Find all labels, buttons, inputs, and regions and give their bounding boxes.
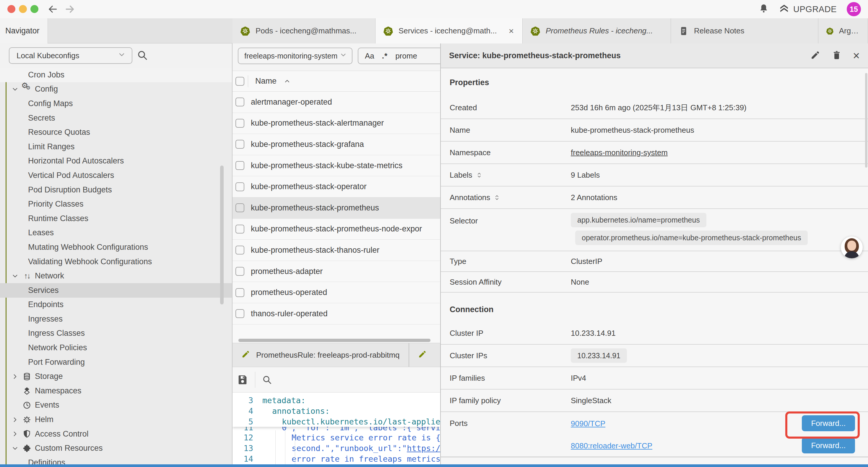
row-checkbox[interactable] bbox=[236, 97, 244, 107]
sidebar-item-cron-jobs[interactable]: Cron Jobs bbox=[0, 68, 232, 82]
row-checkbox[interactable] bbox=[236, 267, 244, 276]
table-row[interactable]: kube-prometheus-stack-prometheus bbox=[232, 198, 440, 219]
chevron-right-icon[interactable] bbox=[11, 430, 19, 438]
details-scrollbar[interactable] bbox=[865, 73, 867, 168]
chevron-down-icon[interactable] bbox=[11, 85, 19, 93]
name-column-header[interactable]: Name bbox=[255, 77, 277, 86]
sidebar-item-mutating-webhook-configurations[interactable]: Mutating Webhook Configurations bbox=[0, 240, 232, 255]
sidebar-item-leases[interactable]: Leases bbox=[0, 226, 232, 240]
sidebar-item-network-policies[interactable]: Network Policies bbox=[0, 341, 232, 355]
row-checkbox[interactable] bbox=[236, 245, 244, 255]
sidebar-item-storage[interactable]: Storage bbox=[0, 369, 232, 384]
minimize-window-button[interactable] bbox=[19, 5, 27, 13]
tab-services-icecheng-math[interactable]: Services - icecheng@math...× bbox=[375, 18, 523, 43]
table-row[interactable]: kube-prometheus-stack-thanos-ruler bbox=[232, 240, 440, 261]
row-checkbox[interactable] bbox=[236, 119, 244, 128]
chevron-down-icon[interactable] bbox=[11, 272, 19, 280]
sidebar-item-resource-quotas[interactable]: Resource Quotas bbox=[0, 125, 232, 140]
close-tab-icon[interactable]: × bbox=[509, 26, 514, 36]
sidebar-item-services[interactable]: Services bbox=[0, 283, 232, 298]
table-row[interactable]: kube-prometheus-stack-prometheus-node-ex… bbox=[232, 219, 440, 240]
select-all-checkbox[interactable] bbox=[236, 77, 244, 86]
yaml-editor[interactable]: 3metadata:4annotations:5kubectl.kubernet… bbox=[232, 392, 440, 467]
sidebar-item-runtime-classes[interactable]: Runtime Classes bbox=[0, 211, 232, 226]
table-row[interactable]: prometheus-adapter bbox=[232, 261, 440, 282]
save-icon[interactable] bbox=[237, 374, 248, 386]
property-value-chip[interactable]: 10.233.14.91 bbox=[571, 348, 627, 363]
row-checkbox[interactable] bbox=[236, 203, 244, 212]
table-row[interactable]: kube-prometheus-stack-alertmanager bbox=[232, 113, 440, 134]
tab-argo-se[interactable]: Argo Se bbox=[818, 18, 868, 43]
tab-pods-icecheng-mathmas[interactable]: Pods - icecheng@mathmas... bbox=[232, 18, 375, 43]
forward-button[interactable] bbox=[64, 4, 75, 15]
table-row[interactable]: kube-prometheus-stack-kube-state-metrics bbox=[232, 155, 440, 176]
editor-search-icon[interactable] bbox=[262, 375, 272, 385]
list-search-input[interactable]: Aa .* prome bbox=[358, 48, 440, 64]
sidebar-scrollbar[interactable] bbox=[220, 166, 224, 304]
maximize-window-button[interactable] bbox=[30, 5, 38, 13]
tab-release-notes[interactable]: Release Notes bbox=[671, 18, 818, 43]
chevron-right-icon[interactable] bbox=[11, 373, 19, 380]
sort-ascending-icon[interactable] bbox=[284, 78, 291, 85]
match-case-toggle[interactable]: Aa bbox=[365, 52, 374, 61]
row-checkbox[interactable] bbox=[236, 309, 244, 318]
row-checkbox[interactable] bbox=[236, 140, 244, 149]
avatar[interactable] bbox=[841, 236, 863, 258]
table-row[interactable]: thanos-ruler-operated bbox=[232, 303, 440, 324]
bell-icon[interactable] bbox=[758, 3, 769, 15]
horizontal-scrollbar[interactable] bbox=[239, 339, 430, 342]
sidebar-item-label: Ingresses bbox=[28, 315, 63, 324]
table-row[interactable]: prometheus-operated bbox=[232, 282, 440, 303]
sidebar-item-custom-resources[interactable]: Custom Resources bbox=[0, 441, 232, 456]
edit-pencil-icon[interactable] bbox=[810, 50, 820, 61]
close-window-button[interactable] bbox=[7, 5, 16, 13]
port-link[interactable]: 8080:reloader-web/TCP bbox=[571, 441, 652, 450]
editor-tab-prometheusrule[interactable]: PrometheusRule: freeleaps-prod-rabbitmq bbox=[232, 343, 409, 367]
row-checkbox[interactable] bbox=[236, 225, 244, 233]
sidebar-item-helm[interactable]: Helm bbox=[0, 412, 232, 427]
row-checkbox[interactable] bbox=[236, 182, 244, 191]
kubeconfig-dropdown[interactable]: Local Kubeconfigs bbox=[9, 47, 132, 64]
trash-icon[interactable] bbox=[832, 50, 842, 61]
close-icon[interactable]: × bbox=[853, 50, 860, 61]
sidebar-item-pod-disruption-budgets[interactable]: Pod Disruption Budgets bbox=[0, 183, 232, 197]
back-button[interactable] bbox=[47, 4, 58, 15]
sidebar-item-ingress-classes[interactable]: Ingress Classes bbox=[0, 326, 232, 341]
port-link[interactable]: 9090/TCP bbox=[571, 419, 606, 428]
sidebar-item-config-maps[interactable]: Config Maps bbox=[0, 96, 232, 111]
sidebar-item-network[interactable]: ↑↓Network bbox=[0, 269, 232, 283]
row-checkbox[interactable] bbox=[236, 288, 244, 297]
sidebar-item-port-forwarding[interactable]: Port Forwarding bbox=[0, 355, 232, 370]
tab-prometheus-rules-icecheng[interactable]: Prometheus Rules - icecheng... bbox=[523, 18, 671, 43]
sidebar-item-access-control[interactable]: Access Control bbox=[0, 427, 232, 441]
row-checkbox[interactable] bbox=[236, 161, 244, 170]
regex-toggle[interactable]: .* bbox=[382, 52, 388, 61]
namespace-dropdown[interactable]: freeleaps-monitoring-system bbox=[238, 48, 352, 64]
chevron-right-icon[interactable] bbox=[11, 416, 19, 424]
sidebar-item-vertical-pod-autoscalers[interactable]: Vertical Pod Autoscalers bbox=[0, 168, 232, 183]
sidebar-item-events[interactable]: Events bbox=[0, 398, 232, 413]
sidebar-item-namespaces[interactable]: Namespaces bbox=[0, 384, 232, 398]
selector-chip[interactable]: operator.prometheus.io/name=kube-prometh… bbox=[575, 231, 808, 245]
sidebar-item-ingresses[interactable]: Ingresses bbox=[0, 312, 232, 326]
sidebar-item-limit-ranges[interactable]: Limit Ranges bbox=[0, 140, 232, 154]
sidebar-item-secrets[interactable]: Secrets bbox=[0, 111, 232, 125]
table-row[interactable]: alertmanager-operated bbox=[232, 92, 440, 113]
editor-tab-next[interactable] bbox=[409, 343, 436, 367]
forward-button[interactable]: Forward... bbox=[802, 437, 855, 454]
selector-chip[interactable]: app.kubernetes.io/name=prometheus bbox=[571, 213, 706, 227]
notification-badge[interactable]: 15 bbox=[847, 2, 861, 16]
line-number: 14 bbox=[232, 454, 261, 463]
sidebar-item-horizontal-pod-autoscalers[interactable]: Horizontal Pod Autoscalers bbox=[0, 154, 232, 169]
chevron-down-icon[interactable] bbox=[11, 444, 19, 452]
sidebar-item-config[interactable]: ⚙ ⚙Config bbox=[0, 82, 232, 97]
sidebar-item-validating-webhook-configurations[interactable]: Validating Webhook Configurations bbox=[0, 255, 232, 269]
tab-navigator[interactable]: Navigator bbox=[0, 18, 48, 43]
upgrade-button[interactable]: UPGRADE bbox=[779, 3, 837, 16]
sidebar-search-button[interactable] bbox=[136, 49, 148, 62]
property-value-link[interactable]: freeleaps-monitoring-system bbox=[571, 148, 668, 157]
table-row[interactable]: kube-prometheus-stack-operator bbox=[232, 176, 440, 198]
table-row[interactable]: kube-prometheus-stack-grafana bbox=[232, 134, 440, 155]
sidebar-item-endpoints[interactable]: Endpoints bbox=[0, 298, 232, 312]
sidebar-item-priority-classes[interactable]: Priority Classes bbox=[0, 197, 232, 211]
